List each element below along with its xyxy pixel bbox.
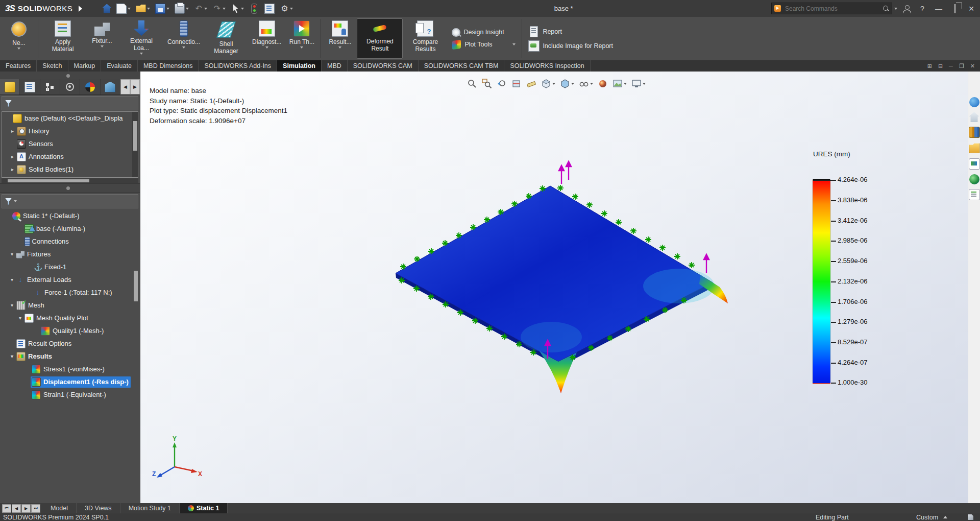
tree-item-mesh-quality-plot[interactable]: Mesh Quality Plot — [2, 312, 138, 324]
expander-icon[interactable] — [9, 154, 16, 159]
tree-item-root[interactable]: base (Default) <<Default>_Displa — [2, 112, 138, 125]
tab-model[interactable]: Model — [42, 503, 77, 513]
tab-solidworks-inspection[interactable]: SOLIDWORKS Inspection — [504, 60, 590, 72]
tab-solidworks-cam[interactable]: SOLIDWORKS CAM — [348, 60, 419, 72]
restore-button[interactable] — [954, 4, 955, 13]
pane-dock-icon[interactable]: ⊞ — [927, 63, 932, 69]
expander-icon[interactable] — [9, 302, 15, 308]
tree-item-annotations[interactable]: Annotations — [2, 150, 138, 163]
apply-material-button[interactable]: Apply Material — [40, 18, 85, 59]
tab-mbd[interactable]: MBD — [322, 60, 348, 72]
file-explorer-icon[interactable] — [969, 143, 980, 154]
tab-simulation[interactable]: Simulation — [277, 60, 322, 72]
propertymanager-tab[interactable] — [20, 79, 40, 94]
pane-minimize-icon[interactable]: ─ — [949, 63, 953, 69]
configurationmanager-tab[interactable] — [40, 79, 60, 94]
tab-3d-views[interactable]: 3D Views — [77, 503, 120, 513]
chevron-down-icon[interactable] — [128, 8, 131, 10]
study-filter-bar[interactable] — [2, 194, 138, 208]
custom-properties-icon[interactable] — [969, 189, 980, 200]
new-study-button[interactable]: Ne... — [2, 18, 36, 59]
design-insight-button[interactable]: Design Insight — [452, 28, 516, 37]
tab-evaluate[interactable]: Evaluate — [101, 60, 138, 72]
diagnostics-button[interactable]: Diagnost... — [249, 18, 285, 59]
scroll-first-icon[interactable]: ⏮ — [2, 504, 11, 513]
tree-item-displacement-1[interactable]: Displacement1 (-Res disp-) — [2, 375, 138, 388]
chevron-down-icon[interactable] — [182, 46, 185, 49]
expander-icon[interactable] — [9, 277, 15, 282]
chevron-down-icon[interactable] — [300, 46, 303, 49]
tab-static-1[interactable]: Static 1 — [180, 503, 228, 513]
expander-icon[interactable] — [17, 315, 23, 321]
expander-icon[interactable] — [9, 251, 15, 257]
fixtures-advisor-button[interactable]: Fixtur... — [85, 18, 119, 59]
expander-icon[interactable] — [9, 167, 16, 172]
tree-item-result-options[interactable]: Result Options — [2, 337, 138, 350]
scroll-prev-icon[interactable]: ◀ — [12, 504, 21, 513]
select-button[interactable] — [229, 3, 246, 14]
expander-icon[interactable] — [9, 353, 15, 359]
close-button[interactable]: ✕ — [967, 5, 976, 13]
shell-manager-button[interactable]: Shell Manager — [204, 18, 249, 59]
chevron-down-icon[interactable] — [512, 43, 516, 45]
design-library-icon[interactable] — [969, 127, 980, 138]
tab-motion-study-1[interactable]: Motion Study 1 — [120, 503, 180, 513]
open-file-button[interactable] — [134, 3, 152, 15]
user-account-icon[interactable] — [902, 5, 911, 13]
connections-button[interactable]: Connectio... — [164, 18, 204, 59]
plot-tools-button[interactable]: Plot Tools — [452, 40, 516, 50]
tree-item-fixed-1[interactable]: ⚓ Fixed-1 — [2, 260, 138, 273]
scroll-last-icon[interactable]: ⏭ — [31, 504, 40, 513]
tab-solidworks-addins[interactable]: SOLIDWORKS Add-Ins — [199, 60, 277, 72]
status-tag-icon[interactable] — [968, 514, 973, 520]
include-image-for-report-button[interactable]: Include Image for Report — [528, 40, 613, 52]
results-advisor-button[interactable]: Result... — [323, 18, 357, 59]
scroll-next-icon[interactable]: ▶ — [21, 504, 31, 513]
help-icon[interactable]: ? — [918, 5, 927, 13]
appearances-scenes-icon[interactable] — [969, 174, 979, 184]
new-file-button[interactable] — [115, 3, 132, 15]
deformed-model[interactable] — [140, 72, 968, 503]
tree-item-mesh[interactable]: Mesh — [2, 299, 138, 312]
search-dropdown-icon[interactable] — [894, 8, 897, 10]
tree-item-static-study[interactable]: Static 1* (-Default-) — [2, 209, 138, 222]
menu-flyout-icon[interactable] — [79, 6, 82, 12]
redo-button[interactable]: ↷ — [211, 3, 227, 14]
tree-item-solid-bodies[interactable]: Solid Bodies(1) — [2, 163, 138, 176]
tab-solidworks-cam-tbm[interactable]: SOLIDWORKS CAM TBM — [419, 60, 505, 72]
expander-icon[interactable] — [9, 128, 16, 134]
tree-item-external-loads[interactable]: ↓ External Loads — [2, 273, 138, 286]
external-loads-button[interactable]: External Loa... — [119, 18, 164, 59]
panel-splitter[interactable] — [0, 183, 140, 193]
search-input[interactable] — [784, 5, 880, 13]
chevron-down-icon[interactable] — [101, 45, 104, 48]
scroll-right-icon[interactable]: ▶ — [130, 79, 140, 94]
chevron-down-icon[interactable] — [17, 48, 20, 50]
solidworks-resources-icon[interactable] — [969, 112, 979, 122]
chevron-down-icon[interactable] — [140, 53, 143, 55]
home-button[interactable] — [101, 3, 113, 14]
tree-item-stress-1[interactable]: Stress1 (-vonMises-) — [2, 363, 138, 375]
tree-filter-bar[interactable] — [2, 96, 138, 110]
tree-item-force-1[interactable]: ↓ Force-1 (:Total: 117 N:) — [2, 286, 138, 299]
tree-item-sensors[interactable]: Sensors — [2, 137, 138, 150]
undo-button[interactable]: ↶ — [192, 3, 209, 14]
chevron-down-icon[interactable] — [265, 46, 268, 49]
minimize-button[interactable]: ― — [934, 5, 943, 13]
rebuild-button[interactable] — [248, 3, 261, 15]
panel-grip[interactable] — [0, 72, 140, 79]
featuremanager-tab[interactable] — [0, 79, 20, 94]
run-study-button[interactable]: Run Th... — [285, 18, 318, 59]
pane-close-icon[interactable]: ✕ — [970, 63, 975, 69]
graphics-viewport[interactable]: Model name: base Study name: Static 1(-D… — [140, 72, 968, 503]
deformed-result-button[interactable]: Deformed Result — [357, 18, 403, 59]
unit-system-selector[interactable]: Custom — [916, 514, 947, 521]
search-box[interactable] — [771, 3, 892, 14]
compare-results-button[interactable]: Compare Results — [403, 18, 448, 59]
save-button[interactable] — [154, 3, 171, 15]
chevron-down-icon[interactable] — [186, 8, 189, 10]
study-tree-scrollbar[interactable] — [133, 209, 138, 399]
tree-item-results[interactable]: Results — [2, 350, 138, 363]
tree-item-base-part[interactable]: base (-Alumina-) — [2, 222, 138, 235]
feature-tree-hscrollbar[interactable] — [2, 178, 138, 183]
